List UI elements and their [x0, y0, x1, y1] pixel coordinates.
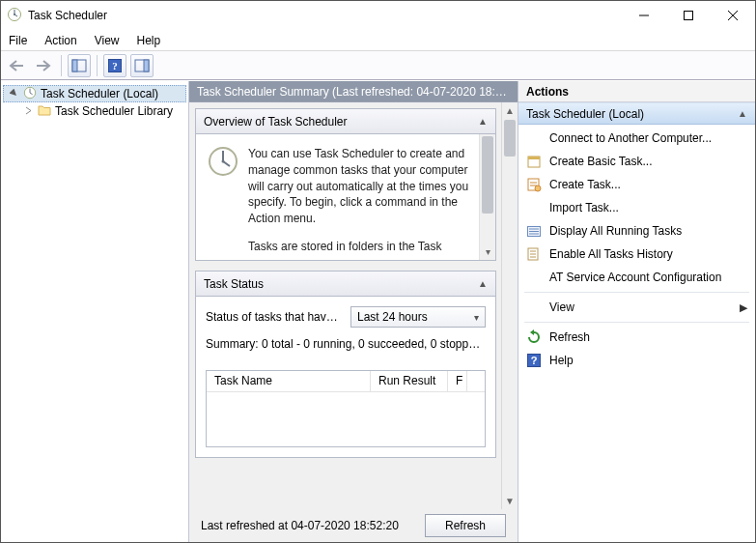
- chevron-up-icon[interactable]: ▲: [478, 116, 488, 127]
- tree-expand-icon[interactable]: [22, 106, 34, 117]
- folder-icon: [38, 104, 51, 119]
- scroll-up-icon[interactable]: ▲: [502, 102, 518, 119]
- action-view[interactable]: View▶: [518, 296, 755, 319]
- task-status-panel-title: Task Status: [204, 277, 264, 291]
- actions-pane-title: Actions: [518, 81, 755, 102]
- svg-point-15: [535, 186, 541, 191]
- chevron-up-icon[interactable]: ▲: [478, 278, 488, 289]
- last-refreshed-label: Last refreshed at 04-07-2020 18:52:20: [201, 519, 399, 532]
- task-status-label: Status of tasks that hav…: [206, 310, 338, 324]
- action-help[interactable]: ?Help: [518, 349, 755, 372]
- action-item-label: Import Task...: [549, 201, 619, 214]
- show-hide-console-tree-button[interactable]: [68, 54, 91, 77]
- task-status-range-dropdown[interactable]: Last 24 hours ▾: [350, 306, 486, 328]
- forward-button[interactable]: [32, 54, 55, 77]
- blank-icon: [526, 270, 542, 285]
- center-pane: Task Scheduler Summary (Last refreshed: …: [189, 81, 518, 542]
- scroll-down-icon[interactable]: ▾: [480, 243, 495, 260]
- action-display-all-running-tasks[interactable]: Display All Running Tasks: [518, 219, 755, 243]
- overview-text: You can use Task Scheduler to create and…: [248, 146, 484, 248]
- toolbar-separator: [61, 55, 62, 76]
- back-button[interactable]: [5, 54, 28, 77]
- column-clipped[interactable]: F: [448, 371, 467, 391]
- task-icon: [526, 177, 542, 192]
- action-item-label: AT Service Account Configuration: [549, 271, 721, 284]
- action-item-label: Create Task...: [549, 178, 621, 191]
- chevron-down-icon: ▾: [474, 312, 479, 323]
- column-task-name[interactable]: Task Name: [207, 371, 371, 391]
- center-pane-header: Task Scheduler Summary (Last refreshed: …: [189, 81, 518, 102]
- maximize-button[interactable]: [666, 1, 711, 30]
- action-import-task[interactable]: Import Task...: [518, 196, 755, 219]
- submenu-arrow-icon: ▶: [740, 301, 747, 314]
- menu-view[interactable]: View: [95, 34, 120, 47]
- svg-point-11: [222, 160, 225, 163]
- refresh-button[interactable]: Refresh: [425, 514, 506, 537]
- scrollbar-thumb[interactable]: [504, 120, 516, 157]
- tree-node-label: Task Scheduler (Local): [41, 87, 158, 100]
- menu-file[interactable]: File: [9, 34, 27, 47]
- main-content: Task Scheduler (Local) Task Scheduler Li…: [1, 80, 755, 542]
- close-button[interactable]: [711, 1, 755, 30]
- svg-text:?: ?: [112, 60, 118, 71]
- task-status-panel: Task Status ▲ Status of tasks that hav… …: [195, 271, 496, 458]
- task-status-summary: Summary: 0 total - 0 running, 0 succeede…: [206, 337, 486, 351]
- action-item-label: Help: [549, 354, 574, 367]
- action-create-task[interactable]: Create Task...: [518, 173, 755, 196]
- svg-text:?: ?: [531, 355, 538, 366]
- tree-node-label: Task Scheduler Library: [55, 104, 173, 118]
- toolbar: ?: [1, 51, 755, 80]
- clock-icon: [23, 86, 37, 102]
- overview-panel: Overview of Task Scheduler ▲ You can use…: [195, 108, 496, 261]
- svg-rect-13: [528, 157, 540, 159]
- actions-pane: Actions Task Scheduler (Local) ▲ Connect…: [518, 81, 755, 542]
- title-bar: Task Scheduler: [1, 1, 755, 30]
- action-item-label: View: [549, 300, 574, 314]
- blank-icon: [526, 130, 542, 146]
- overview-scrollbar[interactable]: ▴ ▾: [479, 134, 495, 260]
- scroll-down-icon[interactable]: ▼: [502, 493, 518, 509]
- svg-point-1: [14, 14, 15, 15]
- action-refresh[interactable]: Refresh: [518, 326, 755, 349]
- action-item-label: Refresh: [549, 330, 590, 344]
- help-toolbar-button[interactable]: ?: [103, 54, 126, 77]
- action-at-service-account-configuration[interactable]: AT Service Account Configuration: [518, 266, 755, 289]
- svg-rect-8: [144, 60, 149, 71]
- clock-large-icon: [208, 146, 238, 248]
- action-item-label: Enable All Tasks History: [549, 247, 673, 261]
- console-tree-pane: Task Scheduler (Local) Task Scheduler Li…: [1, 81, 189, 542]
- task-status-panel-header[interactable]: Task Status ▲: [196, 272, 495, 297]
- tree-node-task-scheduler-library[interactable]: Task Scheduler Library: [3, 102, 186, 120]
- tree-node-task-scheduler-local[interactable]: Task Scheduler (Local): [3, 85, 186, 102]
- blank-icon: [526, 200, 542, 215]
- svg-rect-2: [685, 12, 693, 20]
- help-icon: ?: [526, 353, 542, 368]
- action-item-label: Display All Running Tasks: [549, 224, 682, 238]
- chevron-up-icon[interactable]: ▲: [738, 108, 747, 119]
- show-hide-action-pane-button[interactable]: [130, 54, 154, 77]
- scrollbar-thumb[interactable]: [482, 136, 493, 214]
- overview-panel-header[interactable]: Overview of Task Scheduler ▲: [196, 109, 495, 134]
- overview-panel-title: Overview of Task Scheduler: [204, 115, 348, 129]
- refresh-icon: [526, 329, 542, 345]
- history-icon: [526, 246, 542, 262]
- menu-help[interactable]: Help: [137, 34, 161, 47]
- menu-action[interactable]: Action: [44, 34, 76, 47]
- window-title: Task Scheduler: [28, 9, 107, 22]
- actions-group-header[interactable]: Task Scheduler (Local) ▲: [518, 102, 755, 125]
- column-run-result[interactable]: Run Result: [371, 371, 448, 391]
- toolbar-separator: [97, 55, 98, 76]
- basictask-icon: [526, 154, 542, 169]
- svg-rect-4: [72, 60, 77, 71]
- blank-icon: [526, 300, 542, 315]
- action-enable-all-tasks-history[interactable]: Enable All Tasks History: [518, 243, 755, 266]
- center-scrollbar[interactable]: ▲ ▼: [501, 102, 518, 509]
- menu-bar: File Action View Help: [1, 30, 755, 51]
- action-item-label: Create Basic Task...: [549, 155, 653, 168]
- action-connect-to-another-computer[interactable]: Connect to Another Computer...: [518, 127, 755, 150]
- action-create-basic-task[interactable]: Create Basic Task...: [518, 150, 755, 173]
- app-icon: [7, 7, 22, 25]
- action-item-label: Connect to Another Computer...: [549, 131, 712, 145]
- minimize-button[interactable]: [622, 1, 666, 30]
- tree-expand-icon[interactable]: [8, 89, 19, 100]
